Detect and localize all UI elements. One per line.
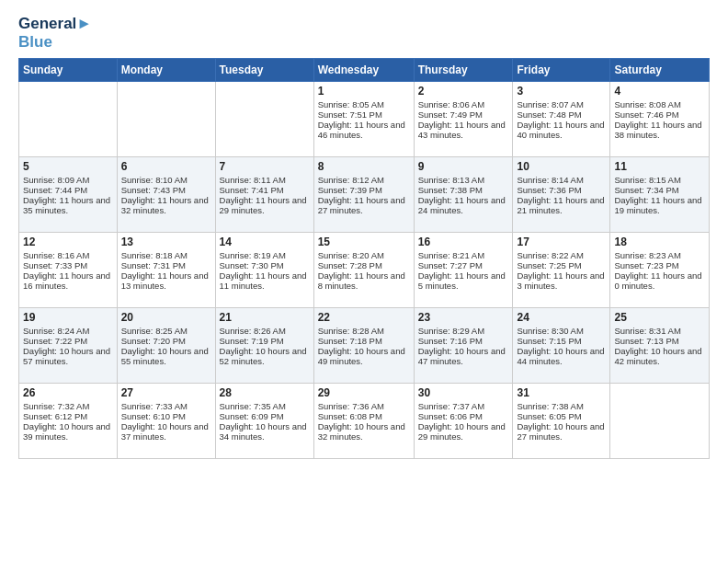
sunrise-text: Sunrise: 7:38 AM <box>517 401 606 411</box>
daylight-text: Daylight: 10 hours and 49 minutes. <box>318 346 410 366</box>
daylight-text: Daylight: 10 hours and 42 minutes. <box>614 346 705 366</box>
sunset-text: Sunset: 7:13 PM <box>614 336 705 346</box>
day-number: 12 <box>23 236 113 248</box>
sunrise-text: Sunrise: 8:08 AM <box>614 99 705 109</box>
day-number: 28 <box>220 386 310 399</box>
day-number: 5 <box>23 160 113 173</box>
daylight-text: Daylight: 11 hours and 16 minutes. <box>23 270 113 291</box>
weekday-header-sunday: Sunday <box>19 59 118 82</box>
logo: General► Blue <box>18 15 92 51</box>
day-number: 23 <box>418 311 509 324</box>
weekday-header-monday: Monday <box>117 59 215 82</box>
sunset-text: Sunset: 7:38 PM <box>418 185 509 195</box>
sunset-text: Sunset: 7:20 PM <box>121 336 211 346</box>
sunrise-text: Sunrise: 8:05 AM <box>318 99 410 109</box>
sunset-text: Sunset: 7:31 PM <box>121 260 211 270</box>
day-number: 14 <box>220 236 310 248</box>
day-number: 8 <box>318 160 410 173</box>
day-cell: 2Sunrise: 8:06 AMSunset: 7:49 PMDaylight… <box>414 82 513 157</box>
sunset-text: Sunset: 6:06 PM <box>418 411 509 421</box>
sunset-text: Sunset: 6:05 PM <box>517 411 606 421</box>
day-cell: 13Sunrise: 8:18 AMSunset: 7:31 PMDayligh… <box>117 233 215 308</box>
day-cell: 9Sunrise: 8:13 AMSunset: 7:38 PMDaylight… <box>414 157 513 233</box>
daylight-text: Daylight: 11 hours and 5 minutes. <box>418 270 509 291</box>
weekday-header-wednesday: Wednesday <box>313 59 414 82</box>
sunrise-text: Sunrise: 8:28 AM <box>318 326 410 336</box>
sunset-text: Sunset: 7:30 PM <box>220 260 310 270</box>
sunrise-text: Sunrise: 7:37 AM <box>418 401 509 411</box>
day-cell: 16Sunrise: 8:21 AMSunset: 7:27 PMDayligh… <box>414 233 513 308</box>
day-number: 16 <box>418 236 509 248</box>
day-cell: 29Sunrise: 7:36 AMSunset: 6:08 PMDayligh… <box>313 384 414 459</box>
day-cell: 11Sunrise: 8:15 AMSunset: 7:34 PMDayligh… <box>610 157 710 233</box>
sunrise-text: Sunrise: 8:09 AM <box>23 175 113 185</box>
sunset-text: Sunset: 7:18 PM <box>318 336 410 346</box>
day-cell: 18Sunrise: 8:23 AMSunset: 7:23 PMDayligh… <box>610 233 710 308</box>
sunset-text: Sunset: 7:33 PM <box>23 260 113 270</box>
day-number: 18 <box>614 236 705 248</box>
page: General► Blue SundayMondayTuesdayWednesd… <box>0 0 728 563</box>
daylight-text: Daylight: 10 hours and 57 minutes. <box>23 346 113 366</box>
day-cell <box>215 82 313 157</box>
calendar-table: SundayMondayTuesdayWednesdayThursdayFrid… <box>18 58 710 459</box>
daylight-text: Daylight: 11 hours and 8 minutes. <box>318 270 410 291</box>
sunset-text: Sunset: 7:41 PM <box>220 185 310 195</box>
sunrise-text: Sunrise: 8:11 AM <box>220 175 310 185</box>
day-cell: 22Sunrise: 8:28 AMSunset: 7:18 PMDayligh… <box>313 308 414 384</box>
sunrise-text: Sunrise: 7:36 AM <box>318 401 410 411</box>
weekday-header-thursday: Thursday <box>414 59 513 82</box>
sunrise-text: Sunrise: 8:30 AM <box>517 326 606 336</box>
daylight-text: Daylight: 10 hours and 34 minutes. <box>220 421 310 442</box>
day-number: 13 <box>121 236 211 248</box>
week-row-1: 1Sunrise: 8:05 AMSunset: 7:51 PMDaylight… <box>19 82 710 157</box>
sunset-text: Sunset: 7:49 PM <box>418 109 509 120</box>
sunrise-text: Sunrise: 8:06 AM <box>418 99 509 109</box>
day-cell: 31Sunrise: 7:38 AMSunset: 6:05 PMDayligh… <box>513 384 610 459</box>
day-number: 10 <box>517 160 606 173</box>
day-number: 25 <box>614 311 705 324</box>
day-cell: 12Sunrise: 8:16 AMSunset: 7:33 PMDayligh… <box>19 233 118 308</box>
day-cell: 5Sunrise: 8:09 AMSunset: 7:44 PMDaylight… <box>19 157 118 233</box>
day-number: 21 <box>220 311 310 324</box>
day-cell: 6Sunrise: 8:10 AMSunset: 7:43 PMDaylight… <box>117 157 215 233</box>
daylight-text: Daylight: 11 hours and 29 minutes. <box>220 195 310 215</box>
day-cell <box>610 384 710 459</box>
daylight-text: Daylight: 10 hours and 39 minutes. <box>23 421 113 442</box>
sunset-text: Sunset: 7:34 PM <box>614 185 705 195</box>
day-number: 22 <box>318 311 410 324</box>
sunrise-text: Sunrise: 8:16 AM <box>23 250 113 260</box>
sunset-text: Sunset: 7:28 PM <box>318 260 410 270</box>
day-cell: 14Sunrise: 8:19 AMSunset: 7:30 PMDayligh… <box>215 233 313 308</box>
week-row-5: 26Sunrise: 7:32 AMSunset: 6:12 PMDayligh… <box>19 384 710 459</box>
day-number: 20 <box>121 311 211 324</box>
sunrise-text: Sunrise: 8:29 AM <box>418 326 509 336</box>
sunrise-text: Sunrise: 8:15 AM <box>614 175 705 185</box>
day-cell: 24Sunrise: 8:30 AMSunset: 7:15 PMDayligh… <box>513 308 610 384</box>
day-number: 26 <box>23 386 113 399</box>
day-number: 6 <box>121 160 211 173</box>
sunset-text: Sunset: 7:44 PM <box>23 185 113 195</box>
week-row-2: 5Sunrise: 8:09 AMSunset: 7:44 PMDaylight… <box>19 157 710 233</box>
daylight-text: Daylight: 10 hours and 47 minutes. <box>418 346 509 366</box>
header: General► Blue <box>18 15 710 51</box>
logo-text: General► <box>18 15 92 33</box>
sunrise-text: Sunrise: 8:12 AM <box>318 175 410 185</box>
sunset-text: Sunset: 7:48 PM <box>517 109 606 120</box>
daylight-text: Daylight: 11 hours and 19 minutes. <box>614 195 705 215</box>
day-cell: 7Sunrise: 8:11 AMSunset: 7:41 PMDaylight… <box>215 157 313 233</box>
sunrise-text: Sunrise: 8:26 AM <box>220 326 310 336</box>
sunrise-text: Sunrise: 8:14 AM <box>517 175 606 185</box>
sunrise-text: Sunrise: 8:10 AM <box>121 175 211 185</box>
sunset-text: Sunset: 7:23 PM <box>614 260 705 270</box>
week-row-4: 19Sunrise: 8:24 AMSunset: 7:22 PMDayligh… <box>19 308 710 384</box>
sunset-text: Sunset: 7:16 PM <box>418 336 509 346</box>
day-cell: 8Sunrise: 8:12 AMSunset: 7:39 PMDaylight… <box>313 157 414 233</box>
day-cell: 25Sunrise: 8:31 AMSunset: 7:13 PMDayligh… <box>610 308 710 384</box>
day-number: 3 <box>517 85 606 98</box>
day-number: 31 <box>517 386 606 399</box>
day-number: 27 <box>121 386 211 399</box>
sunset-text: Sunset: 7:51 PM <box>318 109 410 120</box>
day-cell: 27Sunrise: 7:33 AMSunset: 6:10 PMDayligh… <box>117 384 215 459</box>
day-cell: 21Sunrise: 8:26 AMSunset: 7:19 PMDayligh… <box>215 308 313 384</box>
day-number: 15 <box>318 236 410 248</box>
